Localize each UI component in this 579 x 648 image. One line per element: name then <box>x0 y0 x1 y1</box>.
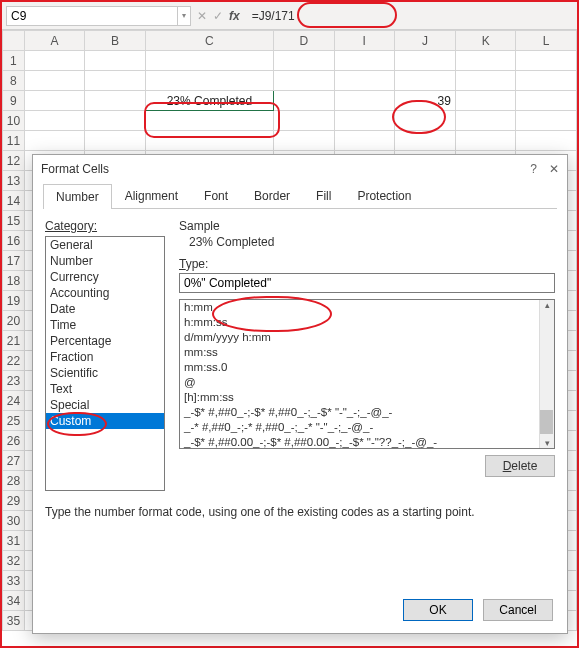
row-header[interactable]: 25 <box>3 411 25 431</box>
cell-D10[interactable] <box>274 111 335 131</box>
cell-I11[interactable] <box>334 131 395 151</box>
category-item[interactable]: Percentage <box>46 333 164 349</box>
cell-A1[interactable] <box>24 51 85 71</box>
row-header[interactable]: 8 <box>3 71 25 91</box>
col-header[interactable]: K <box>455 31 516 51</box>
tab-number[interactable]: Number <box>43 184 112 209</box>
col-header[interactable]: L <box>516 31 577 51</box>
row-header[interactable]: 30 <box>3 511 25 531</box>
row-header[interactable]: 24 <box>3 391 25 411</box>
name-box-dropdown[interactable]: ▾ <box>178 6 191 26</box>
cell-L1[interactable] <box>516 51 577 71</box>
col-header[interactable]: B <box>85 31 146 51</box>
category-item[interactable]: Currency <box>46 269 164 285</box>
col-header[interactable]: I <box>334 31 395 51</box>
format-code-item[interactable]: @ <box>180 375 554 390</box>
cell-K11[interactable] <box>455 131 516 151</box>
tab-alignment[interactable]: Alignment <box>112 183 191 208</box>
formula-input[interactable]: =J9/171 <box>246 9 573 23</box>
row-header[interactable]: 15 <box>3 211 25 231</box>
cancel-button[interactable]: Cancel <box>483 599 553 621</box>
row-header[interactable]: 9 <box>3 91 25 111</box>
row-header[interactable]: 19 <box>3 291 25 311</box>
format-code-item[interactable]: _-* #,##0_-;-* #,##0_-;_-* "-"_-;_-@_- <box>180 420 554 435</box>
cell-L11[interactable] <box>516 131 577 151</box>
cell-C11[interactable] <box>145 131 273 151</box>
category-item[interactable]: Custom <box>46 413 164 429</box>
format-code-item[interactable]: _-$* #,##0.00_-;-$* #,##0.00_-;_-$* "-"?… <box>180 435 554 449</box>
cell-B9[interactable] <box>85 91 146 111</box>
category-item[interactable]: Number <box>46 253 164 269</box>
cell-K10[interactable] <box>455 111 516 131</box>
cell-C10[interactable] <box>145 111 273 131</box>
category-item[interactable]: Text <box>46 381 164 397</box>
row-header[interactable]: 22 <box>3 351 25 371</box>
category-item[interactable]: Time <box>46 317 164 333</box>
format-code-item[interactable]: [h]:mm:ss <box>180 390 554 405</box>
cell-J9[interactable]: 39 <box>395 91 456 111</box>
cell-B11[interactable] <box>85 131 146 151</box>
row-header[interactable]: 1 <box>3 51 25 71</box>
cell-A11[interactable] <box>24 131 85 151</box>
cell-D1[interactable] <box>274 51 335 71</box>
cell-B8[interactable] <box>85 71 146 91</box>
format-code-item[interactable]: h:mm:ss <box>180 315 554 330</box>
cell-D8[interactable] <box>274 71 335 91</box>
cell-A8[interactable] <box>24 71 85 91</box>
cancel-formula-icon[interactable]: ✕ <box>197 9 207 23</box>
scroll-up-icon[interactable]: ▴ <box>545 300 550 310</box>
format-code-item[interactable]: d/mm/yyyy h:mm <box>180 330 554 345</box>
scroll-down-icon[interactable]: ▾ <box>545 438 550 448</box>
category-item[interactable]: Date <box>46 301 164 317</box>
row-header[interactable]: 27 <box>3 451 25 471</box>
format-code-item[interactable]: mm:ss.0 <box>180 360 554 375</box>
select-all-corner[interactable] <box>3 31 25 51</box>
category-item[interactable]: Scientific <box>46 365 164 381</box>
enter-formula-icon[interactable]: ✓ <box>213 9 223 23</box>
cell-I8[interactable] <box>334 71 395 91</box>
cell-J11[interactable] <box>395 131 456 151</box>
row-header[interactable]: 28 <box>3 471 25 491</box>
cell-J10[interactable] <box>395 111 456 131</box>
help-icon[interactable]: ? <box>530 162 537 176</box>
cell-I1[interactable] <box>334 51 395 71</box>
cell-A9[interactable] <box>24 91 85 111</box>
col-header[interactable]: D <box>274 31 335 51</box>
cell-A10[interactable] <box>24 111 85 131</box>
col-header[interactable]: A <box>24 31 85 51</box>
format-code-list[interactable]: h:mmh:mm:ssd/mm/yyyy h:mmmm:ssmm:ss.0@[h… <box>179 299 555 449</box>
cell-K1[interactable] <box>455 51 516 71</box>
cell-J1[interactable] <box>395 51 456 71</box>
cell-L8[interactable] <box>516 71 577 91</box>
row-header[interactable]: 16 <box>3 231 25 251</box>
row-header[interactable]: 33 <box>3 571 25 591</box>
cell-L9[interactable] <box>516 91 577 111</box>
col-header[interactable]: J <box>395 31 456 51</box>
row-header[interactable]: 11 <box>3 131 25 151</box>
tab-fill[interactable]: Fill <box>303 183 344 208</box>
row-header[interactable]: 13 <box>3 171 25 191</box>
row-header[interactable]: 31 <box>3 531 25 551</box>
row-header[interactable]: 35 <box>3 611 25 631</box>
row-header[interactable]: 32 <box>3 551 25 571</box>
row-header[interactable]: 29 <box>3 491 25 511</box>
row-header[interactable]: 21 <box>3 331 25 351</box>
cell-C1[interactable] <box>145 51 273 71</box>
cell-C9[interactable]: 23% Completed <box>145 91 273 111</box>
type-input[interactable] <box>179 273 555 293</box>
cell-J8[interactable] <box>395 71 456 91</box>
close-icon[interactable]: ✕ <box>549 162 559 176</box>
cell-I10[interactable] <box>334 111 395 131</box>
category-item[interactable]: General <box>46 237 164 253</box>
cell-B1[interactable] <box>85 51 146 71</box>
category-list[interactable]: GeneralNumberCurrencyAccountingDateTimeP… <box>45 236 165 491</box>
dialog-titlebar[interactable]: Format Cells ? ✕ <box>33 155 567 183</box>
format-list-scrollbar[interactable]: ▴ ▾ <box>539 300 554 448</box>
row-header[interactable]: 10 <box>3 111 25 131</box>
row-header[interactable]: 18 <box>3 271 25 291</box>
row-header[interactable]: 12 <box>3 151 25 171</box>
tab-border[interactable]: Border <box>241 183 303 208</box>
delete-button[interactable]: Delete <box>485 455 555 477</box>
row-header[interactable]: 23 <box>3 371 25 391</box>
cell-K9[interactable] <box>455 91 516 111</box>
